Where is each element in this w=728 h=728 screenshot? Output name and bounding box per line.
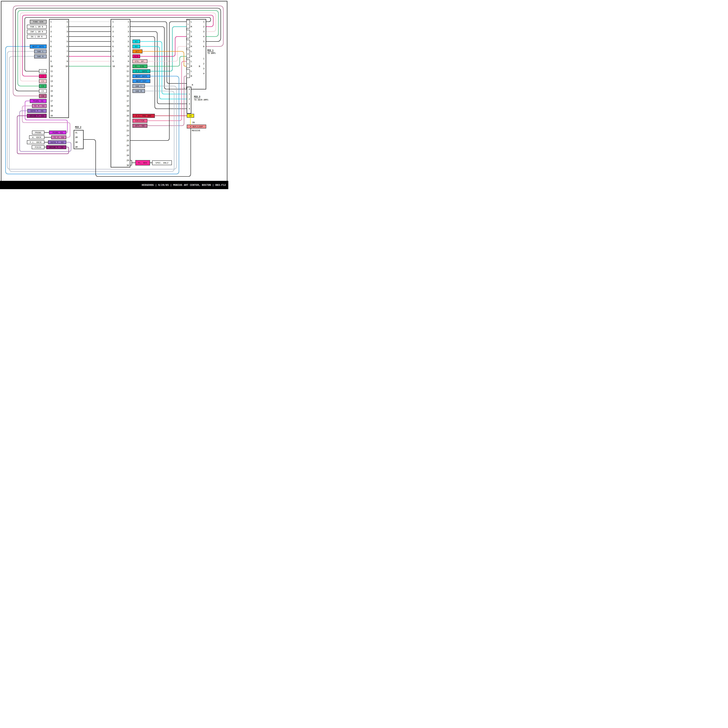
main-panel-pin-12: 12	[124, 75, 129, 78]
mix1-channel-4: 4	[187, 50, 190, 58]
main-panel-in-2: 2	[112, 25, 116, 28]
box-pearl-ret: PEARL EQ	[30, 99, 47, 103]
main-panel-pin-13: 13	[124, 80, 129, 83]
main-panel-pin-21: 21	[124, 119, 129, 122]
mix1-ch6-m-label: M	[191, 75, 192, 78]
box-c4: C4	[39, 84, 47, 88]
mix1-channel-2: 2	[187, 30, 190, 38]
box-vfgate: V.F. GATE	[133, 69, 150, 73]
buf-loop-in-label: IN	[192, 121, 194, 124]
left-panel-pin-8: 8	[50, 55, 54, 58]
box-guya-b: GUYA P. EQ	[48, 140, 66, 144]
main-panel-pin-16: 16	[124, 95, 129, 97]
box-flpre: F.L. PRE AMP	[133, 114, 155, 118]
left-panel-out-3: 3	[63, 30, 68, 33]
main-panel-pin-4: 4	[124, 35, 129, 38]
left-panel-pin-7: 7	[50, 50, 54, 53]
box-tc-b: TC P. EQ	[51, 135, 66, 139]
box-exciter: EXCITER	[133, 119, 147, 123]
mix1-ch6-l-label: L	[191, 70, 192, 72]
main-panel-pin-14: 14	[124, 85, 129, 87]
mix2-pin-2M: 2M	[75, 136, 80, 139]
box-k4: K4	[133, 44, 140, 48]
left-panel-pin-9: 9	[50, 60, 54, 63]
left-panel-pin-11: 11	[50, 70, 54, 72]
mix1-ch4-l-label: L	[191, 50, 192, 53]
main-panel-in-1: 1	[112, 20, 116, 23]
main-panel-pin-10: 10	[124, 65, 129, 67]
box-pearl-b: PEARL EQ	[49, 131, 66, 135]
main-panel-in-10: 10	[112, 65, 116, 67]
mix1-ch3-l-label: L	[191, 40, 192, 43]
main-panel-pin-1: 1	[124, 20, 129, 23]
box-arion-ret: ARION P. EQ	[27, 114, 47, 118]
mix1-channel-6: 6	[187, 69, 190, 78]
left-panel-out-2: 2	[63, 25, 68, 28]
left-panel-out-8: 8	[63, 55, 68, 58]
box-sae-l-l: SAE L	[34, 49, 47, 54]
left-panel-out-10: 10	[63, 65, 68, 67]
main-panel-pin-22: 22	[124, 124, 129, 127]
box-guya-ret: GUYA P. EQ	[28, 109, 47, 113]
main-panel-pin-7: 7	[124, 50, 129, 53]
mix1-output-3: 3	[199, 30, 205, 33]
mix1-ch1-m-label: M	[191, 25, 192, 28]
main-panel-pin-28: 28	[124, 154, 129, 157]
mix2-pin-4M: 4M	[75, 146, 80, 148]
box-k3: K3	[133, 40, 140, 43]
left-panel-out-6: 6	[63, 45, 68, 48]
box-piezo: PIEZO	[32, 145, 44, 149]
mix1-ch4-m-label: M	[191, 55, 192, 58]
box-atteq: ATT. EQ	[133, 124, 147, 128]
mix3-l-label: L	[184, 87, 185, 89]
left-panel-out-7: 7	[63, 50, 68, 53]
left-panel-pin-14: 14	[50, 85, 54, 87]
box-arion-b: ARION P. EQ	[46, 145, 66, 149]
box-sae-l-m: SAE L	[133, 84, 145, 88]
mix1-b-pin-3: 3	[199, 67, 205, 70]
mix1-channel-1: 1	[187, 20, 190, 28]
box-c1: C1	[39, 69, 47, 73]
box-d6: D6 L OR R	[27, 35, 47, 38]
patch-diagram: MIX 1 TO AMPS MIX 3 TO XDCR AMPS L R MIX…	[0, 0, 228, 189]
main-panel-pin-27: 27	[124, 149, 129, 152]
left-panel-pin-3: 3	[50, 30, 54, 33]
wire-vfgate-mix1-1m	[150, 27, 187, 71]
mix1-output-1: 1	[199, 20, 205, 23]
main-panel-pin-29: 29	[124, 159, 129, 162]
left-panel-pin-12: 12	[50, 75, 54, 78]
patch-panel-left	[49, 19, 69, 118]
main-panel-pin-25: 25	[124, 139, 129, 142]
mix1-output-2: 2	[199, 25, 205, 28]
main-panel-pin-11: 11	[124, 70, 129, 72]
left-panel-pin-4: 4	[50, 35, 54, 38]
main-panel-in-6: 6	[112, 45, 116, 48]
box-c2: C2	[39, 74, 47, 78]
box-c5: C5	[39, 89, 47, 93]
main-panel-pin-18: 18	[124, 104, 129, 107]
main-panel-pin-5: 5	[124, 40, 129, 43]
left-panel-pin-2: 2	[50, 25, 54, 28]
box-flxdcr: F.L. XDCR	[27, 140, 44, 144]
box-axdcr: A. XDCR	[29, 135, 44, 139]
box-next-gate-m: NEXT GATE	[133, 74, 150, 78]
main-panel-pin-15: 15	[124, 90, 129, 92]
box-func-gen: FUNC GEN	[30, 20, 47, 24]
box-inf: INF L OR R	[27, 30, 47, 34]
box-pcsyn: PC. SYN.	[133, 64, 147, 68]
mix1-output-6: 6	[199, 45, 205, 48]
left-panel-out-9: 9	[63, 60, 68, 63]
mix1-ch5-l-label: L	[191, 60, 192, 63]
left-panel-pin-17: 17	[50, 99, 54, 102]
mix1-output-4: 4	[199, 35, 205, 38]
mix1-subtitle: TO AMPS	[207, 52, 216, 55]
main-panel-pin-20: 20	[124, 115, 129, 117]
buf-loop-receive-label: RECEIVE	[192, 129, 200, 132]
mix3-pin-4: 4	[188, 107, 191, 110]
mix1-ch1-l-label: L	[191, 20, 192, 23]
main-panel-pin-9: 9	[124, 60, 129, 63]
main-panel-in-4: 4	[112, 35, 116, 38]
mix1-channel-5: 5	[187, 60, 190, 68]
box-pan: PAN L OR R	[27, 25, 47, 29]
mix3-pin-1: 1	[188, 93, 191, 95]
